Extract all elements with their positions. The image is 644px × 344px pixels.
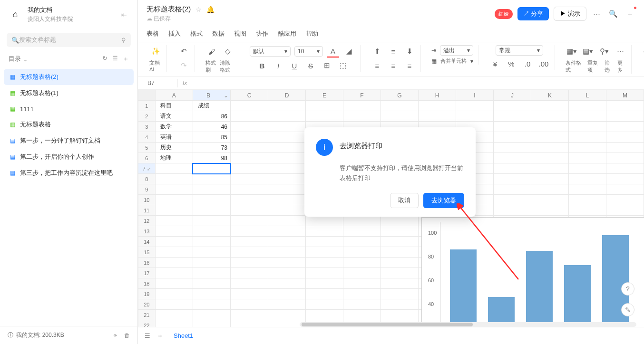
row-header-9[interactable]: 9 [138, 184, 156, 195]
menu-视图[interactable]: 视图 [234, 29, 246, 38]
cell-K1[interactable] [531, 101, 568, 111]
cell-E2[interactable] [306, 111, 343, 122]
cell-D13[interactable] [268, 226, 306, 237]
row-header-6[interactable]: 6 [138, 153, 156, 163]
cell-K3[interactable] [531, 122, 568, 132]
cell-E18[interactable] [306, 278, 343, 289]
cell-C12[interactable] [231, 216, 268, 226]
go-browser-button[interactable]: 去浏览器 [423, 193, 464, 208]
add-top-icon[interactable]: ＋ [624, 8, 635, 20]
cell-C6[interactable] [231, 153, 268, 163]
cell-A15[interactable] [155, 247, 193, 258]
cell-A4[interactable]: 英语 [155, 132, 193, 143]
cell-F12[interactable] [343, 216, 381, 226]
cell-C20[interactable] [231, 299, 268, 310]
currency-icon[interactable]: ¥ [489, 57, 501, 70]
cell-C22[interactable] [231, 320, 268, 327]
col-header-B[interactable]: B ⌄ [193, 90, 230, 101]
cell-G16[interactable] [381, 258, 419, 268]
cell-E20[interactable] [306, 299, 343, 310]
row-header-17[interactable]: 17 [138, 268, 156, 278]
cell-F18[interactable] [343, 278, 381, 289]
fill-color-icon[interactable]: ◢ [343, 45, 355, 57]
undo-icon[interactable]: ↶ [177, 45, 190, 57]
eraser-icon[interactable]: ◇ [222, 45, 234, 57]
cell-B16[interactable] [193, 258, 230, 268]
cell-B22[interactable] [193, 320, 230, 327]
row-header-14[interactable]: 14 [138, 237, 156, 247]
overflow-icon[interactable]: ⇥ [431, 47, 436, 54]
cell-A7[interactable] [155, 163, 193, 174]
add-sheet-icon[interactable]: ＋ [157, 332, 163, 340]
ai-icon[interactable]: ✨ [149, 45, 162, 57]
cell-B2[interactable]: 86 [193, 111, 230, 122]
cell-B21[interactable] [193, 310, 230, 320]
cell-C10[interactable] [231, 195, 268, 205]
cell-F1[interactable] [343, 101, 381, 111]
menu-表格[interactable]: 表格 [146, 29, 159, 38]
cell-E16[interactable] [306, 258, 343, 268]
row-header-4[interactable]: 4 [138, 132, 156, 143]
cell-B12[interactable] [193, 216, 230, 226]
trash-icon[interactable]: 🗑 [124, 332, 130, 339]
select-all-corner[interactable] [138, 90, 156, 101]
format-painter-icon[interactable]: 🖌 [205, 45, 218, 57]
cell-E1[interactable] [306, 101, 343, 111]
cell-K6[interactable] [531, 153, 568, 163]
cell-G14[interactable] [381, 237, 419, 247]
cell-M3[interactable] [606, 122, 644, 132]
bar-历史[interactable] [564, 265, 591, 327]
home-icon[interactable]: ⌂ [8, 7, 23, 22]
valign-mid-icon[interactable]: ≡ [387, 45, 400, 57]
help-icon[interactable]: ? [621, 282, 634, 296]
cell-D18[interactable] [268, 278, 306, 289]
cell-D12[interactable] [268, 216, 306, 226]
cell-C9[interactable] [231, 184, 268, 195]
menu-酷应用[interactable]: 酷应用 [278, 29, 296, 38]
cell-J8[interactable] [493, 174, 531, 184]
cell-B4[interactable]: 85 [193, 132, 230, 143]
cell-F13[interactable] [343, 226, 381, 237]
strike-icon[interactable]: S [304, 59, 317, 72]
cell-G18[interactable] [381, 278, 419, 289]
border-icon[interactable]: ⊞ [321, 59, 333, 72]
sidebar-item-0[interactable]: ▦无标题表格(2) [4, 69, 134, 85]
cell-J1[interactable] [493, 101, 531, 111]
cell-K4[interactable] [531, 132, 568, 143]
row-header-3[interactable]: 3 [138, 122, 156, 132]
cell-L7[interactable] [568, 163, 606, 174]
cell-A2[interactable]: 语文 [155, 111, 193, 122]
cell-G19[interactable] [381, 289, 419, 299]
cell-F20[interactable] [343, 299, 381, 310]
cell-L3[interactable] [568, 122, 606, 132]
cancel-button[interactable]: 取消 [390, 193, 419, 208]
cell-K9[interactable] [531, 184, 568, 195]
table-style-icon[interactable]: ▦▾ [566, 45, 578, 57]
share-tree-icon[interactable]: ⚭ [113, 332, 117, 339]
cell-A5[interactable]: 历史 [155, 143, 193, 153]
font-color-icon[interactable]: A [327, 45, 339, 57]
cell-C3[interactable] [231, 122, 268, 132]
cell-B14[interactable] [193, 237, 230, 247]
cell-M6[interactable] [606, 153, 644, 163]
menu-帮助[interactable]: 帮助 [306, 29, 318, 38]
cell-G2[interactable] [381, 111, 419, 122]
cell-B7[interactable] [193, 163, 230, 174]
cell-B5[interactable]: 73 [193, 143, 230, 153]
cell-M11[interactable] [606, 205, 644, 216]
doc-title[interactable]: 无标题表格(2) [146, 5, 191, 14]
cell-M9[interactable] [606, 184, 644, 195]
cell-L1[interactable] [568, 101, 606, 111]
col-header-C[interactable]: C [231, 90, 268, 101]
bold-icon[interactable]: B [256, 59, 268, 72]
user-badge[interactable]: 红娅 [495, 9, 513, 19]
search-top-icon[interactable]: 🔍 [607, 8, 620, 20]
cell-G15[interactable] [381, 247, 419, 258]
col-header-E[interactable]: E [306, 90, 343, 101]
cell-F14[interactable] [343, 237, 381, 247]
cell-F17[interactable] [343, 268, 381, 278]
valign-top-icon[interactable]: ⬆ [371, 45, 383, 57]
cell-C7[interactable] [231, 163, 268, 174]
cell-A12[interactable] [155, 216, 193, 226]
cell-C11[interactable] [231, 205, 268, 216]
